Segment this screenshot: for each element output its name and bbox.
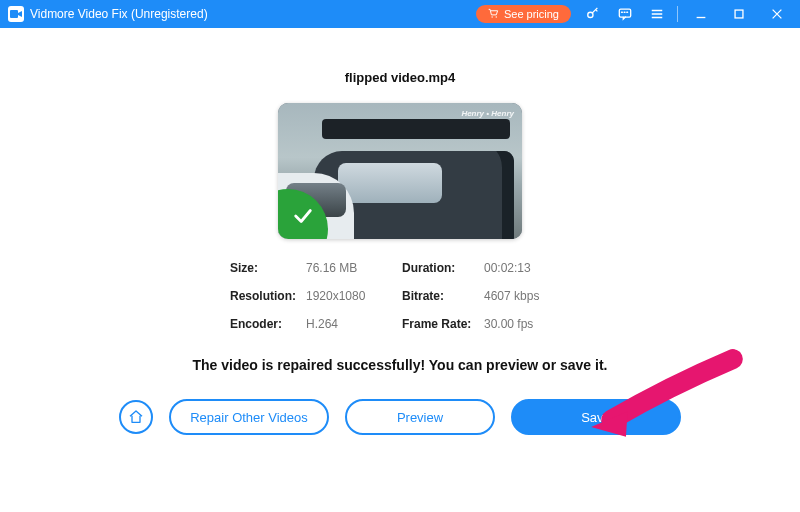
titlebar: Vidmore Video Fix (Unregistered) See pri… [0,0,800,28]
app-logo-icon [8,6,24,22]
framerate-value: 30.00 fps [484,317,576,331]
framerate-label: Frame Rate: [402,317,480,331]
checkmark-icon [292,205,314,227]
svg-rect-4 [619,9,630,17]
file-name: flipped video.mp4 [0,70,800,85]
svg-rect-0 [10,10,18,18]
size-value: 76.16 MB [306,261,398,275]
encoder-value: H.264 [306,317,398,331]
menu-icon[interactable] [641,0,673,28]
duration-label: Duration: [402,261,480,275]
main-content: flipped video.mp4 Henry • Henry Size: 76… [0,28,800,435]
duration-value: 00:02:13 [484,261,576,275]
bitrate-label: Bitrate: [402,289,480,303]
see-pricing-label: See pricing [504,8,559,20]
window-close-button[interactable] [758,0,796,28]
window-title: Vidmore Video Fix (Unregistered) [30,7,208,21]
feedback-icon[interactable] [609,0,641,28]
window-minimize-button[interactable] [682,0,720,28]
see-pricing-button[interactable]: See pricing [476,5,571,23]
cart-icon [488,8,499,21]
video-thumbnail: Henry • Henry [278,103,522,239]
resolution-value: 1920x1080 [306,289,398,303]
action-bar: Repair Other Videos Preview Save [0,399,800,435]
save-button[interactable]: Save [511,399,681,435]
thumbnail-watermark: Henry • Henry [461,109,514,118]
resolution-label: Resolution: [230,289,302,303]
status-message: The video is repaired successfully! You … [0,357,800,373]
separator [677,6,678,22]
home-icon [128,409,144,425]
window-maximize-button[interactable] [720,0,758,28]
metadata-grid: Size: 76.16 MB Duration: 00:02:13 Resolu… [230,261,570,331]
svg-point-2 [496,16,497,17]
encoder-label: Encoder: [230,317,302,331]
bitrate-value: 4607 kbps [484,289,576,303]
svg-point-1 [491,16,492,17]
key-icon[interactable] [577,0,609,28]
home-button[interactable] [119,400,153,434]
repair-other-videos-button[interactable]: Repair Other Videos [169,399,329,435]
preview-button[interactable]: Preview [345,399,495,435]
size-label: Size: [230,261,302,275]
svg-rect-5 [735,10,743,18]
